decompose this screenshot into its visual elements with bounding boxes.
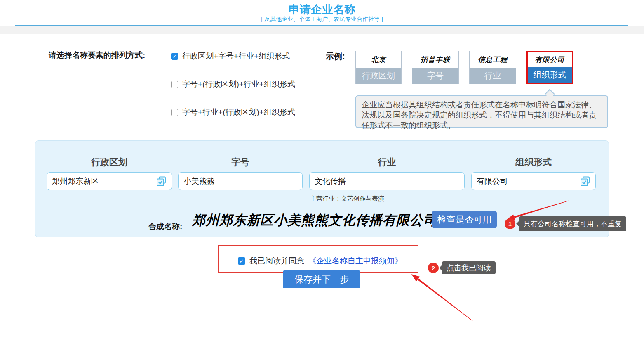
region-picker-icon[interactable] — [156, 176, 167, 187]
column-header-tradename: 字号 — [178, 156, 303, 168]
red-arrow-to-agreement — [411, 274, 472, 321]
orgform-picker-icon[interactable] — [580, 176, 591, 187]
example-sample-text: 信息工程 — [470, 51, 516, 68]
example-sample-text: 有限公司 — [528, 52, 572, 67]
example-category-label: 行政区划 — [356, 68, 401, 84]
arrangement-option-3[interactable]: 字号+行业+(行政区划)+组织形式 — [171, 107, 295, 118]
example-category-label: 字号 — [412, 68, 458, 84]
composed-name-value: 郑州郑东新区小美熊熊文化传播有限公司 — [192, 211, 427, 230]
column-header-orgform: 组织形式 — [471, 156, 596, 168]
declaration-notice-link[interactable]: 《企业名称自主申报须知》 — [308, 256, 402, 266]
agreement-row: 我已阅读并同意 《企业名称自主申报须知》 — [238, 256, 402, 266]
page-title: 申请企业名称 — [0, 2, 644, 17]
checkbox-checked-icon[interactable] — [171, 53, 178, 60]
arrangement-option-label: 行政区划+字号+行业+组织形式 — [182, 51, 290, 62]
main-industry-note: 主营行业：文艺创作与表演 — [310, 195, 384, 203]
step-1-tooltip: 只有公司名称检查可用，不重复 — [519, 216, 626, 231]
header-gray-band — [0, 26, 644, 34]
example-category-label: 行业 — [470, 68, 516, 84]
example-box-tradename: 招普丰联 字号 — [412, 51, 459, 84]
example-box-region: 北京 行政区划 — [355, 51, 402, 84]
checkbox-unchecked-icon[interactable] — [171, 81, 178, 88]
example-box-orgform-highlighted: 有限公司 组织形式 — [526, 51, 573, 84]
arrangement-option-label: 字号+(行政区划)+行业+组织形式 — [182, 79, 295, 90]
orgform-input[interactable] — [471, 172, 596, 190]
step-2-tooltip: 点击我已阅读 — [442, 261, 496, 274]
column-header-region: 行政区划 — [47, 156, 172, 168]
arrangement-option-1[interactable]: 行政区划+字号+行业+组织形式 — [171, 51, 290, 62]
tradename-input[interactable] — [178, 172, 303, 190]
agreement-checkbox-checked-icon[interactable] — [238, 257, 245, 265]
composed-name-label: 合成名称: — [148, 221, 182, 232]
save-next-button[interactable]: 保存并下一步 — [283, 270, 360, 288]
column-header-industry: 行业 — [309, 156, 465, 168]
orgform-info-note: 企业应当根据其组织结构或者责任形式在名称中标明符合国家法律、法规以及国务院决定规… — [355, 95, 608, 128]
example-sample-text: 北京 — [356, 51, 401, 68]
example-box-industry: 信息工程 行业 — [469, 51, 516, 84]
industry-input[interactable] — [309, 172, 465, 190]
example-sample-text: 招普丰联 — [412, 51, 458, 68]
step-2-badge: 2 — [428, 263, 439, 273]
check-availability-button[interactable]: 检查是否可用 — [432, 211, 497, 228]
apply-company-name-page: 申请企业名称 [ 及其他企业、个体工商户、农民专业合作社等 ] 请选择名称要素的… — [0, 0, 644, 360]
region-input[interactable] — [47, 172, 172, 190]
arrangement-label: 请选择名称要素的排列方式: — [49, 50, 145, 61]
example-label: 示例: — [326, 51, 345, 62]
example-category-label: 组织形式 — [528, 67, 572, 83]
agreement-text: 我已阅读并同意 — [249, 256, 304, 266]
arrangement-option-2[interactable]: 字号+(行政区划)+行业+组织形式 — [171, 79, 295, 90]
page-subtitle: [ 及其他企业、个体工商户、农民专业合作社等 ] — [0, 16, 644, 23]
step-1-badge: 1 — [505, 218, 515, 229]
checkbox-unchecked-icon[interactable] — [171, 109, 178, 116]
arrangement-option-label: 字号+行业+(行政区划)+组织形式 — [182, 107, 295, 118]
